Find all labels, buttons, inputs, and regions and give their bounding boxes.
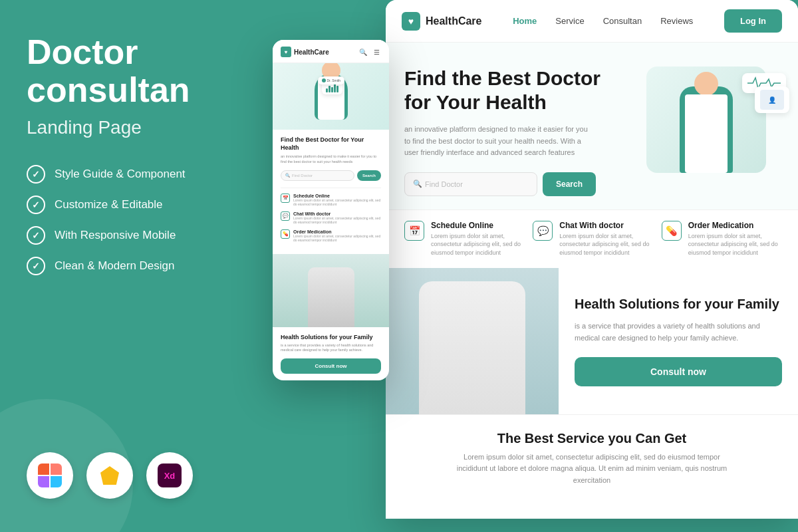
floating-profile-card: 👤: [755, 86, 789, 113]
desktop-nav: Home Service Consultan Reviews: [513, 16, 693, 26]
doctor-body-large: [419, 281, 525, 414]
xd-icon: Xd: [146, 452, 193, 499]
check-icon-4: [27, 257, 45, 275]
desktop-service-title: The Best Service you Can Get: [404, 431, 779, 446]
left-panel: Doctor consultan Landing Page Style Guid…: [0, 0, 266, 532]
desktop-hero-title: Find the Best Doctor for Your Health: [404, 66, 646, 114]
desktop-features-row: 📅 Schedule Online Lorem ipsum dolor sit …: [386, 209, 798, 268]
mobile-feature-schedule: 📅 Schedule Online Lorem ipsum dolor sit …: [281, 194, 381, 207]
figma-icon: [27, 452, 73, 499]
feature-list: Style Guide & Component Customize & Edit…: [27, 165, 239, 275]
feature-item-3: With Responsive Mobile: [27, 226, 239, 245]
desktop-service-section: The Best Service you Can Get Lorem ipsum…: [386, 414, 798, 503]
mobile-header: ♥ HealthCare 🔍 ☰: [273, 40, 389, 63]
mobile-find-doctor-input[interactable]: 🔍 Find Doctor: [281, 170, 354, 181]
mobile-doctor-photo: [273, 254, 389, 327]
schedule-icon: 📅: [281, 194, 290, 203]
menu-icon[interactable]: ☰: [372, 47, 381, 57]
mobile-hero-desc: an innovative platform designed to make …: [281, 154, 381, 164]
nav-reviews[interactable]: Reviews: [660, 16, 693, 26]
feature-item-4: Clean & Modern Design: [27, 257, 239, 275]
desktop-screen: ♥ HealthCare Home Service Consultan Revi…: [386, 0, 798, 519]
mobile-features-list: 📅 Schedule Online Lorem ipsum dolor sit …: [281, 188, 381, 243]
desktop-find-doctor-input[interactable]: 🔍 Find Doctor: [404, 172, 537, 196]
desktop-health-title: Health Solutions for your Family: [575, 295, 782, 313]
mobile-feature-medication: 💊 Order Medication Lorem ipsum dolor sit…: [281, 229, 381, 243]
floating-card-profile: Dr. Smith: [318, 76, 345, 84]
page-subtitle: Landing Page: [27, 117, 239, 138]
desktop-doctor-photo: [386, 268, 559, 414]
mobile-search-button[interactable]: Search: [357, 170, 381, 181]
feature-item-2: Customize & Editable: [27, 196, 239, 214]
desktop-health-desc: is a service that provides a variety of …: [575, 321, 782, 344]
desktop-hero-desc: an innovative platform designed to make …: [404, 124, 591, 159]
desktop-doc-silhouette: [386, 268, 559, 414]
check-icon-2: [27, 196, 45, 214]
desktop-feature-schedule: 📅 Schedule Online Lorem ipsum dolor sit …: [404, 221, 522, 257]
desktop-feature-medication: 💊 Order Medication Lorem ipsum dolor sit…: [662, 221, 779, 257]
desktop-search-button[interactable]: Search: [543, 172, 596, 196]
mobile-screen: ♥ HealthCare 🔍 ☰: [273, 40, 389, 380]
mobile-logo-icon: ♥: [281, 47, 291, 57]
mobile-header-icons: 🔍 ☰: [358, 47, 381, 57]
medication-icon: 💊: [281, 229, 290, 239]
desktop-logo: ♥ HealthCare: [402, 12, 481, 31]
login-button[interactable]: Log In: [724, 9, 782, 33]
nav-consultan[interactable]: Consultan: [603, 16, 642, 26]
doctor-silhouette: [308, 267, 354, 327]
desktop-service-desc: Lorem ipsum dolor sit amet, consectetur …: [452, 452, 732, 487]
feature-item-1: Style Guide & Component: [27, 165, 239, 184]
chat-icon: 💬: [281, 211, 290, 221]
desktop-hero: Find the Best Doctor for Your Health an …: [386, 43, 798, 209]
main-title: Doctor consultan: [27, 33, 239, 109]
desktop-doctor-head: [694, 72, 718, 96]
desktop-consult-button[interactable]: Consult now: [575, 357, 782, 386]
right-panel: ♥ HealthCare 🔍 ☰: [266, 0, 798, 532]
left-content: Doctor consultan Landing Page Style Guid…: [27, 33, 239, 309]
mobile-doctor-image: [273, 254, 389, 327]
mobile-search-bar: 🔍 Find Doctor Search: [281, 170, 381, 181]
mobile-feature-chat: 💬 Chat With doctor Lorem ipsum dolor sit…: [281, 211, 381, 225]
mobile-content: Find the Best Doctor for Your Health an …: [273, 130, 389, 254]
mobile-family-title: Health Solutions for your Family: [281, 334, 381, 340]
desktop-logo-icon: ♥: [402, 12, 420, 31]
desktop-hero-text: Find the Best Doctor for Your Health an …: [404, 66, 646, 196]
tool-icons: Xd: [27, 452, 239, 499]
check-icon-1: [27, 165, 45, 184]
search-icon[interactable]: 🔍: [358, 47, 368, 57]
desktop-health-text: Health Solutions for your Family is a se…: [559, 268, 798, 414]
mobile-family-section: Health Solutions for your Family is a se…: [273, 327, 389, 380]
check-icon-3: [27, 226, 45, 245]
chat-feature-icon: 💬: [533, 221, 553, 241]
mobile-hero-image: Dr. Smith: [273, 63, 389, 130]
desktop-doctor-coat: [685, 94, 728, 173]
desktop-header: ♥ HealthCare Home Service Consultan Revi…: [386, 0, 798, 43]
doctor-illustration: Dr. Smith: [315, 73, 348, 120]
nav-service[interactable]: Service: [555, 16, 584, 26]
schedule-feature-icon: 📅: [404, 221, 424, 241]
mobile-family-desc: is a service that provides a variety of …: [281, 343, 381, 353]
mobile-logo: ♥ HealthCare: [281, 47, 329, 57]
medication-feature-icon: 💊: [662, 221, 682, 241]
mobile-consult-button[interactable]: Consult now: [281, 358, 381, 374]
nav-home[interactable]: Home: [513, 16, 537, 26]
desktop-feature-chat: 💬 Chat With doctor Lorem ipsum dolor sit…: [533, 221, 650, 257]
mobile-hero-title: Find the Best Doctor for Your Health: [281, 136, 381, 152]
desktop-hero-illustration: 👤: [646, 66, 779, 186]
desktop-health-section: Health Solutions for your Family is a se…: [386, 268, 798, 414]
sketch-icon: [86, 452, 133, 499]
desktop-search-row: 🔍 Find Doctor Search: [404, 172, 646, 196]
desktop-doctor-figure: [680, 86, 733, 173]
